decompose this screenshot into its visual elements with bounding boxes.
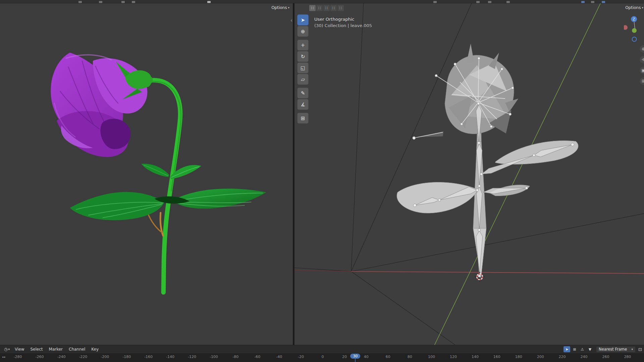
options-label: Options: [625, 5, 641, 10]
header-mini-icon-4[interactable]: ∷: [330, 5, 337, 11]
menu-key[interactable]: Key: [88, 347, 102, 352]
channel-grid-icon[interactable]: ⊞: [571, 346, 578, 352]
chevron-down-icon: ▾: [288, 6, 289, 9]
mesh-leaf-right: [495, 141, 578, 165]
new-editor-icon[interactable]: ⊡: [638, 347, 642, 352]
menu-channel[interactable]: Channel: [66, 347, 88, 352]
frame-tick: 0: [322, 355, 324, 359]
navigation-gizmo[interactable]: Z: [624, 15, 644, 44]
move-tool[interactable]: +: [297, 40, 309, 51]
frame-tick: -120: [188, 355, 196, 359]
clock-icon: ◷: [4, 347, 7, 352]
frame-tick: -20: [298, 355, 304, 359]
filter-funnel-icon[interactable]: ▼: [587, 346, 593, 352]
frame-tick: 140: [472, 355, 479, 359]
filter-selected-toggle[interactable]: ➤: [564, 346, 570, 352]
add-cube-tool[interactable]: ⊞: [297, 113, 309, 124]
topbar-icon-fragment: [99, 1, 102, 3]
frame-tick: 20: [342, 355, 347, 359]
topbar-icon-fragment: [602, 1, 605, 3]
active-object-label: (30) Collection | leave.005: [314, 23, 372, 28]
header-extra-icons: ⊡: [638, 347, 642, 352]
frame-tick: 180: [515, 355, 522, 359]
x-axis-line: [351, 272, 644, 274]
menu-bar: ViewSelectMarkerChannelKey: [12, 347, 102, 352]
frame-tick: 160: [493, 355, 500, 359]
menu-select[interactable]: Select: [28, 347, 46, 352]
camera-view-button[interactable]: ▣: [640, 67, 644, 74]
tweak-select-tool[interactable]: ➤: [297, 14, 309, 25]
frame-tick: 260: [602, 355, 609, 359]
current-frame-badge[interactable]: 30: [350, 354, 360, 359]
render-viewport[interactable]: Options ▾ ‹: [0, 3, 293, 345]
frame-tick: 60: [386, 355, 390, 359]
dope-sheet-editor: ◷ ▾ ViewSelectMarkerChannelKey ➤⊞⚠▼ Near…: [0, 345, 644, 362]
flower-plant: [51, 53, 266, 292]
gizmo-x-ball[interactable]: [624, 25, 628, 30]
flower-armature-scene: [294, 3, 644, 345]
topbar-strip: [0, 0, 644, 3]
view-mode-label: User Orthographic: [314, 17, 354, 22]
header-mini-icon-1[interactable]: ∷: [309, 5, 316, 11]
frame-tick: -180: [122, 355, 131, 359]
frame-tick: 240: [581, 355, 588, 359]
filter-toggle-row: ➤⊞⚠▼: [564, 346, 593, 352]
leaf-lower-right: [172, 189, 266, 209]
frame-tick: 100: [428, 355, 435, 359]
timeline-ruler[interactable]: ↔ 30 -280-260-240-220-200-180-160-140-12…: [0, 353, 644, 362]
dope-sheet-header: ◷ ▾ ViewSelectMarkerChannelKey ➤⊞⚠▼ Near…: [0, 345, 644, 353]
topbar-icon-fragment: [506, 1, 510, 3]
chevron-down-icon: ▾: [642, 6, 643, 9]
calyx-base: [145, 76, 153, 84]
header-mini-icon-2[interactable]: ∷: [316, 5, 323, 11]
frame-tick: 40: [364, 355, 369, 359]
options-label: Options: [271, 5, 287, 10]
cursor-tool[interactable]: ⊕: [297, 26, 309, 37]
gizmo-z-neg-ball[interactable]: [632, 37, 637, 42]
editor-type-button[interactable]: ◷ ▾: [2, 347, 12, 352]
snap-mode-value: Nearest Frame: [599, 347, 627, 352]
topbar-icon-fragment: [476, 1, 480, 3]
frame-tick: -40: [276, 355, 282, 359]
transform-tool[interactable]: ▱: [297, 74, 309, 85]
gizmo-y-ball[interactable]: [632, 28, 637, 33]
header-icon-row: ∷∷∷∷∷: [309, 5, 344, 11]
zoom-button[interactable]: ⊕: [640, 45, 644, 53]
y-axis-line: [435, 3, 601, 345]
chevron-down-icon: ▾: [632, 348, 633, 351]
pan-arrows-icon[interactable]: ↔: [2, 355, 5, 359]
frame-tick: -60: [254, 355, 260, 359]
frame-tick: -80: [232, 355, 238, 359]
menu-marker[interactable]: Marker: [46, 347, 66, 352]
stem: [149, 80, 180, 292]
viewport-options-button[interactable]: Options ▾: [271, 5, 289, 10]
frame-tick: -240: [57, 355, 65, 359]
flower-bloom: [51, 53, 147, 157]
flower-render: [0, 3, 293, 345]
viewport-nav-buttons: ⊕✛▣⊞: [640, 45, 644, 85]
viewport-options-button[interactable]: Options ▾: [625, 5, 643, 10]
scale-tool[interactable]: ◱: [297, 62, 309, 73]
frame-tick: 120: [450, 355, 457, 359]
topbar-icon-fragment: [78, 1, 82, 3]
snap-mode-dropdown[interactable]: Nearest Frame ▾: [596, 346, 636, 353]
frame-tick: 220: [559, 355, 566, 359]
flower-mesh: [397, 44, 578, 279]
move-view-button[interactable]: ✛: [640, 56, 644, 63]
frame-tick: -100: [210, 355, 218, 359]
chevron-down-icon: ▾: [8, 348, 10, 351]
warning-icon[interactable]: ⚠: [579, 346, 586, 352]
menu-view[interactable]: View: [12, 347, 27, 352]
annotate-tool[interactable]: ✎: [297, 87, 309, 99]
solid-viewport[interactable]: ∷∷∷∷∷ Options ▾ User Orthographic (30) C…: [294, 3, 644, 345]
topbar-icon-fragment: [581, 1, 585, 3]
blender-window: Options ▾ ‹: [0, 0, 644, 362]
header-mini-icon-5[interactable]: ∷: [337, 5, 344, 11]
rotate-tool[interactable]: ↻: [297, 51, 309, 62]
frame-tick: -200: [101, 355, 109, 359]
region-collapse-arrow[interactable]: ‹: [290, 17, 292, 23]
toggle-projection-button[interactable]: ⊞: [640, 77, 644, 85]
measure-tool[interactable]: ∡: [297, 99, 309, 110]
header-mini-icon-3[interactable]: ∷: [323, 5, 330, 11]
leaf-lower-left: [70, 192, 164, 220]
